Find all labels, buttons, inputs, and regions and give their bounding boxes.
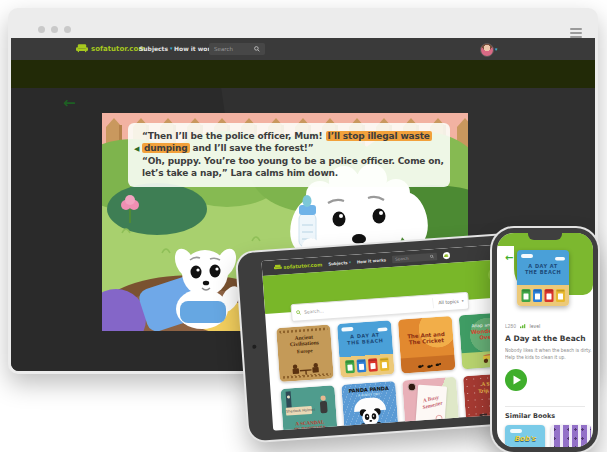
book-cover-scandal-in-bohemia[interactable]: Sherlock Holmes A SCANDALIN BOHEMIA — [280, 385, 338, 430]
window-dot-3[interactable] — [64, 26, 71, 33]
cloud — [521, 254, 533, 258]
browser-chrome-bar — [8, 8, 598, 38]
marketing-composite: sofatutor.com Subjects ▾ How it works ▾ … — [0, 0, 607, 452]
similar-book-forest[interactable] — [551, 425, 591, 447]
coffee-cup-art — [407, 383, 416, 392]
book-cover-a-busy-semester[interactable]: A BusySemester — [402, 377, 460, 431]
sofatutor-logo[interactable]: sofatutor.com — [76, 44, 146, 53]
read-aloud-marker-icon[interactable]: ◀ — [134, 146, 139, 153]
tablet-nav-how-it-works[interactable]: How it works — [357, 258, 387, 265]
tablet-nav-search-placeholder: Search — [395, 256, 409, 261]
sofa-icon — [274, 264, 282, 271]
window-dot-2[interactable] — [51, 26, 58, 33]
tablet-nav-subjects[interactable]: Subjects ▾ — [328, 260, 351, 266]
story-text: “Then I’ll be the police officer, Mum! I… — [142, 130, 452, 180]
sofa-icon — [76, 44, 88, 53]
nav-subjects[interactable]: Subjects ▾ — [139, 45, 173, 52]
nav-search-box[interactable] — [209, 43, 265, 55]
cover-title-line: Civilisations — [290, 339, 319, 347]
similar-books-heading: Similar Books — [505, 412, 555, 420]
tablet-logo-text: sofatutor.com — [283, 262, 322, 270]
page-header-band — [11, 60, 595, 88]
similar-books-row: Bob's — [505, 425, 591, 447]
tablet-camera — [252, 345, 256, 349]
chevron-down-icon: ▾ — [462, 299, 464, 303]
cover-title-line: A DAY AT — [528, 263, 557, 269]
window-dot-1[interactable] — [38, 26, 45, 33]
cloud — [341, 327, 353, 332]
highlighted-phrase-2: dumping — [142, 143, 190, 153]
logo-text: sofatutor.com — [91, 45, 146, 53]
site-navbar: sofatutor.com Subjects ▾ How it works ▾ — [11, 38, 595, 60]
level-label: level — [530, 324, 541, 329]
level-bars-icon — [520, 324, 526, 329]
cover-title-line: IN BOHEMIA — [294, 424, 326, 430]
tablet-sofatutor-logo[interactable]: sofatutor.com — [274, 261, 323, 270]
story-line-3: “Oh, puppy. You’re too young to be a pol… — [142, 155, 452, 167]
cover-title-line: Bob's — [505, 435, 545, 443]
stamp-art — [436, 415, 443, 422]
story-line-1: “Then I’ll be the police officer, Mum! I… — [142, 130, 452, 142]
tablet-nav-search-box[interactable]: Search — [392, 253, 437, 264]
similar-book-bobs[interactable]: Bob's — [505, 425, 545, 447]
book-cover-panda-panda[interactable]: PANDA PANDA A RAINY DAY — [341, 381, 399, 431]
panda-art — [357, 406, 385, 431]
tablet-user-avatar[interactable] — [443, 252, 450, 259]
play-button[interactable] — [505, 369, 527, 391]
divider — [505, 406, 585, 407]
book-cover-a-day-at-the-beach[interactable]: A DAY ATTHE BEACH — [337, 320, 395, 378]
book-cover-ancient-civilisations[interactable]: AncientCivilisations Europe — [276, 324, 334, 382]
figure-art — [317, 395, 330, 416]
all-topics-dropdown[interactable]: All topics ▾ — [432, 296, 464, 308]
cover-subtitle: Europe — [278, 346, 332, 355]
recycling-bins-art — [517, 289, 569, 302]
book-cover-the-ant-and-the-cricket[interactable]: The Ant andThe Cricket — [398, 316, 456, 374]
book-meta-row: L280 level — [505, 321, 587, 331]
story-line-2: dumping and I’ll save the forest!” — [142, 142, 452, 154]
phone-device: ← A DAY ATTHE BEACH L280 — [492, 228, 598, 452]
lexile-badge: L280 — [505, 324, 516, 329]
search-input[interactable] — [209, 46, 254, 52]
figures-art — [288, 361, 325, 376]
story-line1-text: “Then I’ll be the police officer, Mum! — [142, 131, 326, 141]
story-line-4: let’s take a nap,” Lara calms him down. — [142, 167, 452, 179]
phone-notch — [528, 233, 562, 240]
phone-screen: ← A DAY ATTHE BEACH L280 — [497, 233, 593, 447]
sofa-icon — [444, 254, 449, 258]
chevron-down-icon: ▾ — [349, 261, 351, 265]
all-topics-label: All topics — [438, 299, 459, 305]
description-line-2: Help the kids to clean it up. — [505, 354, 593, 360]
cover-title-line: The Cricket — [409, 337, 444, 346]
cover-series-label: Sherlock Holmes — [286, 406, 312, 416]
phone-back-button[interactable]: ← — [505, 252, 513, 263]
chevron-down-icon: ▾ — [170, 46, 173, 51]
cover-title-line: THE BEACH — [525, 269, 561, 275]
recycling-bins-art — [340, 357, 395, 374]
tablet-search-input[interactable] — [301, 300, 433, 315]
cloud — [555, 257, 565, 261]
book-description: Nobody likes it when the beach is dirty.… — [505, 348, 589, 364]
phone-book-cover-beach[interactable]: A DAY ATTHE BEACH — [517, 250, 569, 306]
avatar-chevron-down-icon[interactable]: ▾ — [495, 47, 498, 52]
highlighted-phrase-1: I’ll stop illegal waste — [326, 131, 432, 141]
book-title: A Day at the Beach — [505, 334, 586, 343]
play-icon — [505, 369, 527, 391]
back-button[interactable]: ← — [63, 94, 76, 112]
story-line2-text: and I’ll save the forest!” — [190, 143, 314, 153]
search-icon — [254, 46, 260, 52]
search-icon — [430, 255, 434, 259]
user-avatar[interactable] — [480, 43, 494, 57]
window-controls[interactable] — [38, 26, 71, 33]
cover-title-line: THE BEACH — [347, 338, 383, 346]
